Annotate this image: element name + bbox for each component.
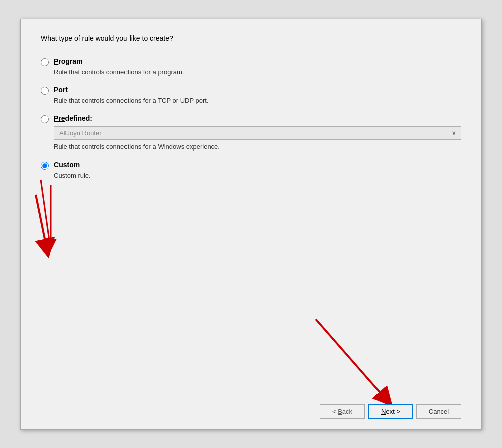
svg-line-1	[41, 180, 50, 244]
custom-label-underline: C	[54, 161, 59, 169]
port-option-group: Port Rule that controls connections for …	[41, 86, 461, 104]
custom-radio[interactable]	[41, 162, 49, 170]
custom-label[interactable]: Custom	[54, 161, 80, 169]
cancel-button[interactable]: Cancel	[416, 404, 461, 419]
svg-line-2	[36, 195, 47, 249]
cancel-label: Cancel	[429, 408, 449, 415]
new-rule-wizard-dialog: What type of rule would you like to crea…	[20, 19, 482, 430]
predefined-dropdown-container: AllJoyn Router	[54, 126, 461, 140]
custom-radio-arrow	[31, 190, 81, 260]
predefined-dropdown-wrapper: AllJoyn Router	[54, 126, 461, 140]
program-label-underline: P	[54, 57, 58, 65]
wizard-question: What type of rule would you like to crea…	[41, 34, 461, 42]
port-label-p: Po	[54, 86, 63, 94]
predefined-label-underline: Pre	[54, 114, 65, 122]
next-label-underline: N	[381, 408, 386, 415]
predefined-dropdown[interactable]: AllJoyn Router	[54, 126, 461, 140]
back-button-label: B	[338, 408, 342, 415]
program-radio[interactable]	[41, 58, 49, 66]
port-radio[interactable]	[41, 87, 49, 95]
custom-option-group: Custom Custom rule.	[41, 161, 461, 179]
svg-line-3	[316, 319, 386, 399]
custom-description: Custom rule.	[54, 172, 461, 179]
port-label[interactable]: Port	[54, 86, 68, 94]
predefined-description: Rule that controls connections for a Win…	[54, 143, 461, 151]
next-button[interactable]: Next >	[368, 404, 413, 419]
program-description: Rule that controls connections for a pro…	[54, 68, 461, 76]
predefined-radio[interactable]	[41, 115, 49, 123]
back-button[interactable]: < Back	[320, 404, 365, 419]
rule-type-options: Program Rule that controls connections f…	[41, 57, 461, 189]
next-button-arrow	[306, 314, 406, 414]
predefined-option-group: Predefined: AllJoyn Router Rule that con…	[41, 114, 461, 151]
dialog-footer: < Back Next > Cancel	[320, 404, 461, 419]
program-option-group: Program Rule that controls connections f…	[41, 57, 461, 76]
predefined-label[interactable]: Predefined:	[54, 114, 92, 122]
program-label[interactable]: Program	[54, 57, 83, 65]
port-description: Rule that controls connections for a TCP…	[54, 97, 461, 104]
